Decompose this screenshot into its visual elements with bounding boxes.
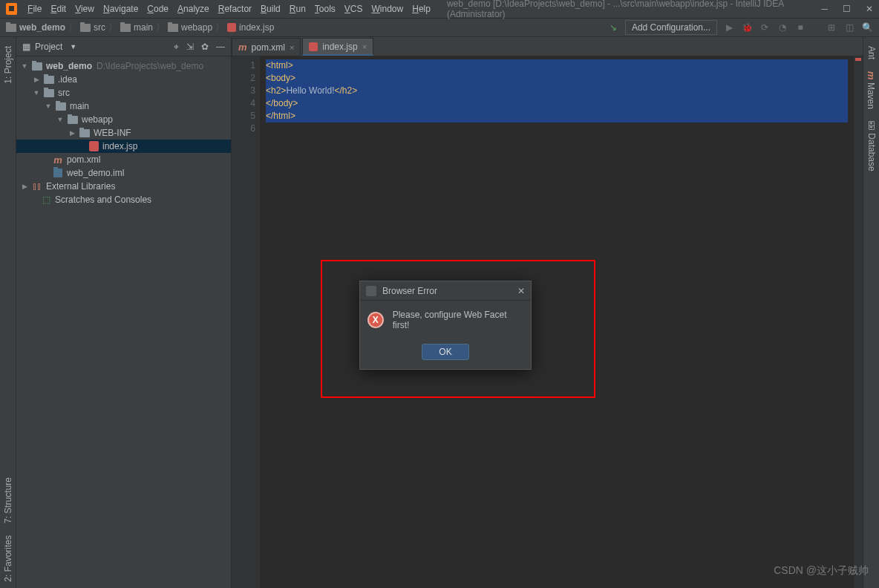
run-icon[interactable]: ▶ xyxy=(723,22,735,33)
menu-navigate[interactable]: Navigate xyxy=(99,4,143,14)
editor-tabs: mpom.xml× index.jsp× xyxy=(232,37,863,56)
dialog-app-icon xyxy=(366,286,376,296)
tree-main[interactable]: ▼main xyxy=(16,99,231,113)
menu-build[interactable]: Build xyxy=(256,4,285,14)
menu-vcs[interactable]: VCS xyxy=(340,4,367,14)
tree-webapp[interactable]: ▼webapp xyxy=(16,113,231,126)
minimize-icon[interactable]: ─ xyxy=(821,4,828,14)
debug-icon[interactable]: 🐞 xyxy=(741,22,753,33)
crumb-src[interactable]: src xyxy=(80,22,105,33)
menu-analyze[interactable]: Analyze xyxy=(173,4,214,14)
ok-button[interactable]: OK xyxy=(422,344,468,360)
menu-tools[interactable]: Tools xyxy=(310,4,340,14)
editor-area: mpom.xml× index.jsp× 123456 <html> <body… xyxy=(232,37,863,588)
nav-toolbar: ↘ Add Configuration... ▶ 🐞 ⟳ ◔ ■ ⊞ ◫ 🔍 xyxy=(607,20,873,35)
dialog-message: Please, configure Web Facet first! xyxy=(393,310,523,330)
project-panel: ▦ Project▼ ⌖ ⇲ ✿ — ▼web_demoD:\IdeaProje… xyxy=(16,37,232,588)
crumb-webapp[interactable]: webapp xyxy=(168,22,212,33)
profile-icon[interactable]: ◔ xyxy=(777,22,788,33)
collapse-panel-icon[interactable]: — xyxy=(216,42,225,52)
structure-icon[interactable]: ⊞ xyxy=(826,22,837,33)
line-gutter: 123456 xyxy=(232,56,260,588)
menu-edit[interactable]: Edit xyxy=(46,4,71,14)
menu-file[interactable]: File xyxy=(23,4,46,14)
error-marker[interactable] xyxy=(855,58,861,61)
left-tool-strip: 1: Project 7: Structure 2: Favorites xyxy=(0,37,16,588)
coverage-icon[interactable]: ⟳ xyxy=(759,22,771,33)
dialog-title-text: Browser Error xyxy=(382,286,437,296)
target-icon[interactable]: ⌖ xyxy=(174,42,179,52)
dialog-close-icon[interactable]: ✕ xyxy=(517,286,525,296)
expand-icon[interactable]: ⇲ xyxy=(186,42,194,52)
project-tree: ▼web_demoD:\IdeaProjects\web_demo ▶.idea… xyxy=(16,56,231,209)
menu-bar: File Edit View Navigate Code Analyze Ref… xyxy=(23,4,435,14)
tab-index-jsp[interactable]: index.jsp× xyxy=(302,38,373,56)
breadcrumb: web_demo〉 src〉 main〉 webapp〉 index.jsp xyxy=(6,22,274,34)
tab-pom-xml[interactable]: mpom.xml× xyxy=(232,38,301,56)
tree-index-jsp[interactable]: index.jsp xyxy=(16,140,231,153)
right-tool-strip: Ant m Maven 🗄 Database xyxy=(863,37,879,588)
title-bar: File Edit View Navigate Code Analyze Ref… xyxy=(0,0,879,18)
menu-help[interactable]: Help xyxy=(408,4,435,14)
close-tab-icon[interactable]: × xyxy=(362,42,367,51)
gear-icon[interactable]: ✿ xyxy=(201,42,209,52)
nav-bar: web_demo〉 src〉 main〉 webapp〉 index.jsp ↘… xyxy=(0,18,879,37)
tree-iml[interactable]: web_demo.iml xyxy=(16,166,231,180)
tool-project-tab[interactable]: 1: Project xyxy=(1,40,15,90)
tree-root[interactable]: ▼web_demoD:\IdeaProjects\web_demo xyxy=(16,59,231,73)
layout-icon[interactable]: ◫ xyxy=(843,22,855,33)
tool-database-tab[interactable]: 🗄 Database xyxy=(865,115,878,177)
close-tab-icon[interactable]: × xyxy=(290,43,294,52)
window-controls: ─ ☐ ✕ xyxy=(821,4,873,14)
crumb-main[interactable]: main xyxy=(120,22,153,33)
tree-idea[interactable]: ▶.idea xyxy=(16,73,231,86)
dialog-body: X Please, configure Web Facet first! xyxy=(360,301,531,339)
menu-window[interactable]: Window xyxy=(367,4,408,14)
crumb-file[interactable]: index.jsp xyxy=(227,22,274,33)
window-title: web_demo [D:\IdeaProjects\web_demo] - ..… xyxy=(447,0,822,19)
tree-src[interactable]: ▼src xyxy=(16,86,231,99)
tool-favorites-tab[interactable]: 2: Favorites xyxy=(1,529,15,588)
add-configuration-button[interactable]: Add Configuration... xyxy=(625,20,717,35)
app-icon xyxy=(6,3,17,15)
maximize-icon[interactable]: ☐ xyxy=(843,4,851,14)
search-icon[interactable]: 🔍 xyxy=(861,22,873,33)
menu-refactor[interactable]: Refactor xyxy=(214,4,256,14)
tree-webinf[interactable]: ▶WEB-INF xyxy=(16,126,231,140)
dialog-title-bar[interactable]: Browser Error ✕ xyxy=(360,281,531,301)
tree-external-libs[interactable]: ▶⫿⫿External Libraries xyxy=(16,180,231,193)
hammer-icon[interactable]: ↘ xyxy=(607,22,619,33)
tool-ant-tab[interactable]: Ant xyxy=(865,40,878,65)
tool-maven-tab[interactable]: m Maven xyxy=(864,65,878,115)
menu-run[interactable]: Run xyxy=(285,4,310,14)
crumb-project[interactable]: web_demo xyxy=(6,22,65,33)
project-panel-title[interactable]: ▦ Project▼ xyxy=(22,42,76,52)
editor-body[interactable]: 123456 <html> <body> <h2>Hello World!</h… xyxy=(232,56,863,588)
code-area[interactable]: <html> <body> <h2>Hello World!</h2> </bo… xyxy=(260,56,854,588)
stop-icon[interactable]: ■ xyxy=(794,22,806,33)
tool-structure-tab[interactable]: 7: Structure xyxy=(1,471,15,529)
watermark: CSDN @这小子贼帅 xyxy=(774,564,869,578)
tree-scratches[interactable]: ⬚Scratches and Consoles xyxy=(16,193,231,206)
dialog-footer: OK xyxy=(360,339,531,369)
tree-pom[interactable]: mpom.xml xyxy=(16,153,231,166)
editor-marker-bar[interactable] xyxy=(854,56,863,588)
chevron-down-icon[interactable]: ▼ xyxy=(70,43,76,50)
menu-view[interactable]: View xyxy=(71,4,99,14)
project-panel-header: ▦ Project▼ ⌖ ⇲ ✿ — xyxy=(16,37,231,56)
close-icon[interactable]: ✕ xyxy=(866,4,873,14)
error-x-icon: X xyxy=(367,312,384,328)
browser-error-dialog: Browser Error ✕ X Please, configure Web … xyxy=(359,281,532,370)
menu-code[interactable]: Code xyxy=(143,4,173,14)
